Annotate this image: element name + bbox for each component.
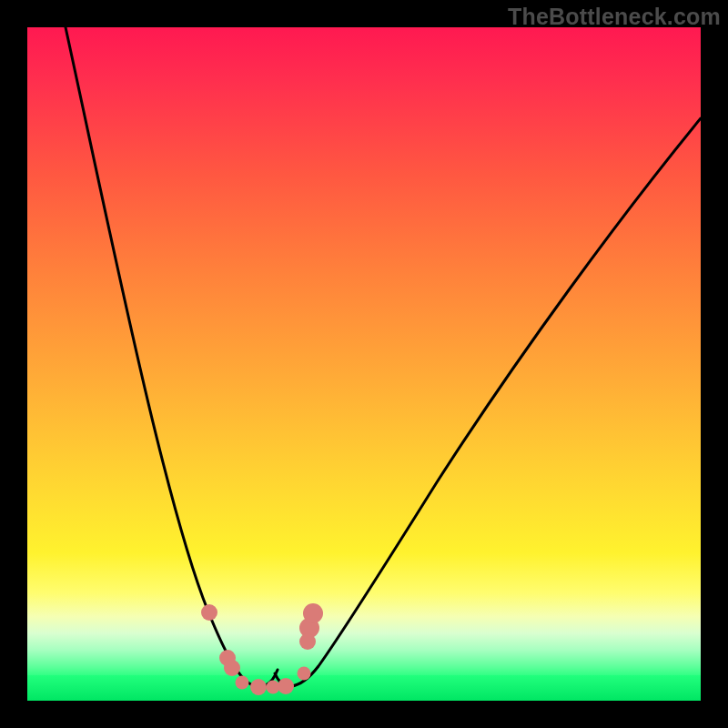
dot-right-cluster-c: [299, 633, 316, 650]
plot-area: [27, 27, 701, 701]
curve-overlay: [27, 27, 701, 701]
curve-right: [275, 118, 701, 686]
dot-bottom-mid-a: [250, 679, 267, 695]
dot-bottom-mid-c: [278, 678, 294, 694]
dot-bottom-left: [236, 676, 249, 690]
dot-right-cluster-b: [303, 603, 323, 623]
dot-left-upper: [201, 604, 217, 621]
dot-left-cluster-b: [224, 660, 240, 676]
curve-left: [66, 27, 278, 687]
chart-frame: TheBottleneck.com: [0, 0, 728, 728]
watermark-label: TheBottleneck.com: [508, 4, 721, 30]
dot-right-lower: [298, 667, 311, 681]
